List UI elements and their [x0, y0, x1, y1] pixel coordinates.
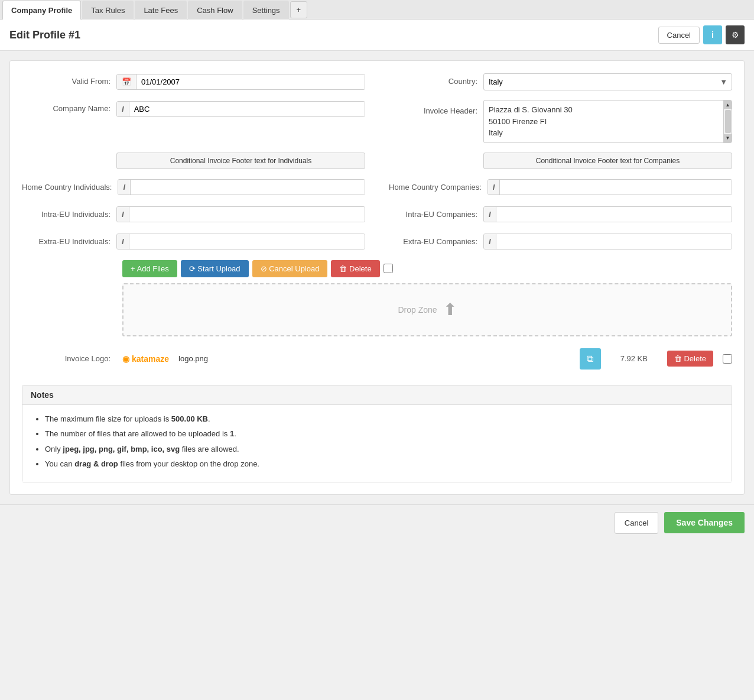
gear-icon: ⚙	[732, 30, 739, 40]
invoice-header-area: Piazza di S. Giovanni 30 50100 Firenze F…	[483, 100, 732, 143]
col-home-country-companies: Home Country Companies: I	[365, 179, 732, 196]
company-name-field: I	[116, 101, 365, 117]
note-item-1: The maximum file size for uploads is 500…	[45, 413, 721, 425]
tab-tax-rules[interactable]: Tax Rules	[82, 1, 134, 20]
hcc-italic-icon: I	[488, 180, 500, 195]
col-company-name: Company Name: I	[22, 100, 365, 118]
home-country-companies-label: Home Country Companies:	[389, 179, 488, 196]
company-name-input-group: I	[116, 101, 365, 117]
row-home-country: Home Country Individuals: I Home Country…	[22, 179, 732, 196]
logo-filename: logo.png	[178, 354, 570, 363]
tab-late-fees[interactable]: Late Fees	[135, 1, 187, 20]
hcc-input-group: I	[488, 179, 732, 195]
invoice-header-line-2: 50100 Firenze FI	[489, 116, 719, 128]
invoice-header-line-3: Italy	[489, 127, 719, 139]
extra-eu-companies-field: I	[483, 234, 732, 249]
save-changes-button[interactable]: Save Changes	[664, 512, 745, 533]
start-upload-button[interactable]: ⟳ ⟳ Start UploadStart Upload	[181, 260, 249, 277]
logo-content: ◉ katamaze logo.png ⧉ 7.92 KB 🗑 Delete	[122, 348, 732, 370]
intra-eu-individuals-label: Intra-EU Individuals:	[22, 206, 116, 223]
main-content: Valid From: 📅 Country: Italy Germany Fra…	[0, 51, 754, 504]
scroll-bar[interactable]: ▲ ▼	[723, 101, 732, 142]
home-country-companies-field: I	[488, 179, 732, 195]
page-title: Edit Profile #1	[9, 29, 80, 41]
logo-delete-button[interactable]: 🗑 Delete	[667, 351, 713, 367]
col-invoice-header: Invoice Header: Piazza di S. Giovanni 30…	[365, 100, 732, 143]
drop-zone-label: Drop Zone	[398, 305, 437, 315]
circle-x-icon: ⊘	[261, 264, 267, 273]
tab-cash-flow[interactable]: Cash Flow	[188, 1, 242, 20]
col-extra-eu-companies: Extra-EU Companies: I	[365, 233, 732, 251]
upload-cloud-icon: ⬆	[443, 300, 457, 319]
upload-select-checkbox[interactable]	[384, 264, 393, 273]
row-valid-from-country: Valid From: 📅 Country: Italy Germany Fra…	[22, 73, 732, 90]
page-header: Edit Profile #1 Cancel i ⚙	[0, 20, 754, 51]
col-country: Country: Italy Germany France Spain Unit…	[365, 73, 732, 90]
tab-settings[interactable]: Settings	[243, 1, 289, 20]
copy-button[interactable]: ⧉	[580, 348, 601, 370]
invoice-header-line-1: Piazza di S. Giovanni 30	[489, 104, 719, 116]
drop-zone[interactable]: Drop Zone ⬆	[122, 283, 732, 336]
scroll-thumb[interactable]	[725, 110, 731, 133]
file-size: 7.92 KB	[610, 354, 658, 363]
col-intra-eu-companies: Intra-EU Companies: I	[365, 206, 732, 223]
home-country-individuals-label: Home Country Individuals:	[22, 179, 118, 196]
footer-cancel-button[interactable]: Cancel	[615, 512, 658, 534]
valid-from-input[interactable]	[136, 74, 365, 89]
cancel-upload-button[interactable]: ⊘ Cancel Upload	[252, 260, 328, 277]
row-intra-eu: Intra-EU Individuals: I Intra-EU Compani…	[22, 206, 732, 223]
extra-eu-individuals-label: Extra-EU Individuals:	[22, 233, 116, 251]
invoice-header-text[interactable]: Piazza di S. Giovanni 30 50100 Firenze F…	[484, 101, 723, 142]
scroll-down-button[interactable]: ▼	[724, 134, 732, 142]
intra-eu-companies-field: I	[483, 206, 732, 222]
add-files-button[interactable]: + Add Files	[122, 260, 177, 277]
iei-input-group: I	[116, 206, 365, 222]
hci-input-group: I	[118, 179, 365, 195]
intra-eu-individuals-field: I	[116, 206, 365, 222]
upload-icon: ⟳	[189, 264, 196, 273]
col-home-country-individuals: Home Country Individuals: I	[22, 179, 365, 196]
logo-select-checkbox[interactable]	[723, 354, 732, 364]
trash-icon-upload: 🗑	[339, 264, 347, 273]
notes-body: The maximum file size for uploads is 500…	[22, 405, 732, 482]
home-country-companies-input[interactable]	[500, 180, 732, 195]
col-intra-eu-individuals: Intra-EU Individuals: I	[22, 206, 365, 223]
calendar-icon: 📅	[117, 74, 136, 89]
extra-eu-individuals-field: I	[116, 234, 365, 249]
katamaze-icon: ◉	[122, 354, 129, 364]
country-select[interactable]: Italy Germany France Spain United Kingdo…	[483, 73, 732, 90]
company-name-input[interactable]	[129, 102, 365, 116]
tab-company-profile[interactable]: Company Profile	[2, 1, 81, 20]
footer-individuals-button[interactable]: Conditional Invoice Footer text for Indi…	[116, 153, 365, 169]
row-extra-eu: Extra-EU Individuals: I Extra-EU Compani…	[22, 233, 732, 251]
footer-individuals-field: Conditional Invoice Footer text for Indi…	[116, 153, 365, 169]
tab-add-button[interactable]: +	[290, 1, 308, 18]
settings-button[interactable]: ⚙	[726, 25, 745, 44]
company-name-label: Company Name:	[22, 100, 116, 118]
intra-eu-companies-input[interactable]	[496, 207, 732, 222]
home-country-individuals-input[interactable]	[131, 180, 365, 195]
col-footer-individuals: Conditional Invoice Footer text for Indi…	[22, 153, 365, 169]
scroll-up-button[interactable]: ▲	[724, 101, 732, 109]
intra-eu-individuals-input[interactable]	[129, 207, 365, 222]
footer-companies-field: Conditional Invoice Footer text for Comp…	[483, 153, 732, 169]
valid-from-field: 📅	[116, 74, 365, 90]
tabs-bar: Company Profile Tax Rules Late Fees Cash…	[0, 0, 754, 20]
page-footer: Cancel Save Changes	[0, 504, 754, 541]
col-footer-companies: Conditional Invoice Footer text for Comp…	[365, 153, 732, 169]
info-button[interactable]: i	[703, 25, 722, 44]
extra-eu-companies-label: Extra-EU Companies:	[389, 233, 483, 251]
header-cancel-button[interactable]: Cancel	[658, 27, 700, 44]
trash-icon-logo: 🗑	[674, 354, 682, 363]
footer-companies-button[interactable]: Conditional Invoice Footer text for Comp…	[483, 153, 732, 169]
extra-eu-companies-input[interactable]	[496, 234, 732, 249]
note-item-4: You can drag & drop files from your desk…	[45, 458, 721, 470]
hci-italic-icon: I	[118, 180, 131, 195]
valid-from-label: Valid From:	[22, 73, 116, 90]
extra-eu-individuals-input[interactable]	[129, 234, 365, 249]
country-label: Country:	[389, 73, 483, 90]
info-icon: i	[711, 30, 714, 40]
eec-italic-icon: I	[484, 234, 496, 249]
delete-button[interactable]: 🗑 Delete	[331, 260, 379, 277]
iei-italic-icon: I	[117, 207, 129, 222]
